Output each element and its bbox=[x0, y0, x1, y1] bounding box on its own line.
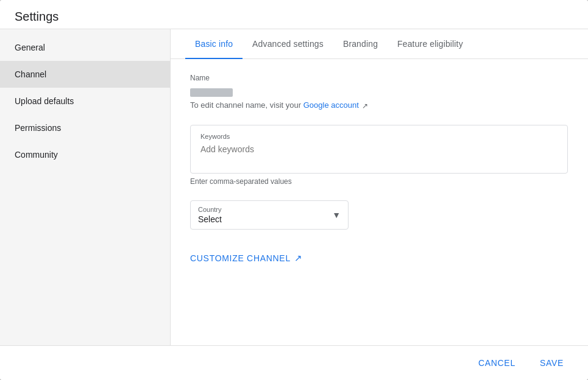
tab-advanced-settings[interactable]: Advanced settings bbox=[243, 29, 333, 58]
tab-feature-eligibility[interactable]: Feature eligibility bbox=[388, 29, 473, 58]
dropdown-arrow-icon: ▼ bbox=[332, 210, 341, 220]
main-content: Basic info Advanced settings Branding Fe… bbox=[171, 29, 588, 345]
channel-name-value bbox=[190, 87, 569, 97]
sidebar: General Channel Upload defaults Permissi… bbox=[0, 29, 171, 345]
sidebar-item-permissions[interactable]: Permissions bbox=[0, 114, 170, 141]
settings-dialog: Settings General Channel Upload defaults… bbox=[0, 0, 588, 380]
tabs-bar: Basic info Advanced settings Branding Fe… bbox=[171, 29, 588, 59]
google-account-link[interactable]: Google account bbox=[303, 100, 359, 110]
dialog-body: General Channel Upload defaults Permissi… bbox=[0, 29, 588, 345]
customize-channel-button[interactable]: CUSTOMIZE CHANNEL ↗ bbox=[190, 249, 303, 267]
country-label: Country bbox=[198, 206, 341, 213]
sidebar-item-community[interactable]: Community bbox=[0, 141, 170, 168]
redacted-name bbox=[190, 88, 233, 97]
sidebar-item-upload-defaults[interactable]: Upload defaults bbox=[0, 88, 170, 114]
cancel-button[interactable]: CANCEL bbox=[469, 353, 525, 373]
dialog-title: Settings bbox=[15, 10, 58, 23]
external-link-icon: ↗ bbox=[362, 102, 368, 110]
keywords-input[interactable] bbox=[200, 144, 558, 154]
keywords-box: Keywords bbox=[190, 125, 568, 174]
tab-basic-info[interactable]: Basic info bbox=[185, 29, 243, 58]
dialog-header: Settings bbox=[0, 0, 588, 29]
tab-branding[interactable]: Branding bbox=[333, 29, 388, 58]
name-hint: To edit channel name, visit your Google … bbox=[190, 100, 569, 110]
customize-external-link-icon: ↗ bbox=[294, 253, 303, 264]
tab-content-basic-info: Name To edit channel name, visit your Go… bbox=[171, 59, 588, 345]
sidebar-item-general[interactable]: General bbox=[0, 34, 170, 61]
country-select-value: Select bbox=[198, 214, 341, 224]
keywords-label: Keywords bbox=[200, 133, 558, 140]
sidebar-item-channel[interactable]: Channel bbox=[0, 61, 170, 88]
dialog-footer: CANCEL SAVE bbox=[0, 345, 588, 380]
country-select[interactable]: Country Select ▼ bbox=[190, 200, 349, 230]
name-field-label: Name bbox=[190, 74, 569, 82]
save-button[interactable]: SAVE bbox=[530, 353, 573, 373]
keywords-helper-text: Enter comma-separated values bbox=[190, 177, 569, 186]
